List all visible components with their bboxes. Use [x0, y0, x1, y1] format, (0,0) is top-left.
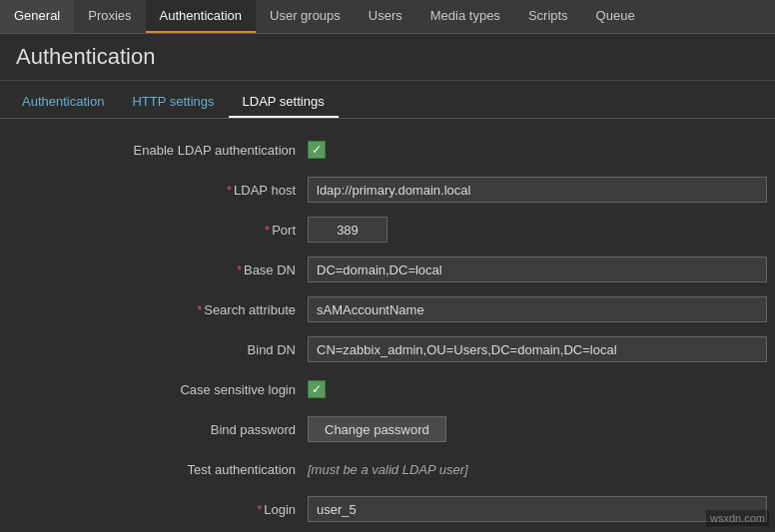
- nav-scripts[interactable]: Scripts: [514, 0, 582, 33]
- test-auth-label: Test authentication: [8, 462, 308, 477]
- search-attr-input[interactable]: [308, 296, 767, 322]
- ldap-host-row: *LDAP host: [8, 175, 767, 205]
- case-sensitive-checkbox[interactable]: ✓: [308, 380, 326, 398]
- login-label: *Login: [8, 502, 308, 517]
- base-dn-required: *: [237, 263, 242, 277]
- nav-proxies[interactable]: Proxies: [74, 0, 145, 33]
- change-password-button[interactable]: Change password: [308, 416, 446, 442]
- port-row: *Port: [8, 215, 767, 245]
- watermark: wsxdn.com: [706, 510, 769, 526]
- login-required: *: [257, 502, 262, 517]
- enable-ldap-checkbox[interactable]: ✓: [308, 141, 326, 159]
- case-sensitive-row: Case sensitive login ✓: [8, 374, 767, 404]
- enable-ldap-label: Enable LDAP authentication: [8, 143, 308, 158]
- search-attr-label: *Search attribute: [8, 302, 308, 317]
- port-label: *Port: [8, 223, 308, 238]
- sub-tabs: Authentication HTTP settings LDAP settin…: [0, 87, 775, 119]
- ldap-host-label: *LDAP host: [8, 183, 308, 198]
- enable-ldap-row: Enable LDAP authentication ✓: [8, 135, 767, 165]
- nav-queue[interactable]: Queue: [582, 0, 649, 33]
- content-area: Authentication HTTP settings LDAP settin…: [0, 87, 775, 532]
- nav-general[interactable]: General: [0, 0, 74, 33]
- test-auth-row: Test authentication [must be a valid LDA…: [8, 454, 767, 484]
- nav-user-groups[interactable]: User groups: [256, 0, 355, 33]
- ldap-host-input[interactable]: [308, 177, 767, 203]
- case-sensitive-checkbox-wrapper[interactable]: ✓: [308, 380, 326, 398]
- bind-dn-row: Bind DN: [8, 334, 767, 364]
- enable-ldap-checkmark: ✓: [312, 143, 322, 157]
- nav-media-types[interactable]: Media types: [416, 0, 514, 33]
- page-title: Authentication: [16, 44, 759, 70]
- subtab-ldap-settings[interactable]: LDAP settings: [229, 87, 339, 118]
- ldap-host-required: *: [227, 183, 232, 198]
- subtab-http-settings[interactable]: HTTP settings: [118, 87, 228, 118]
- nav-authentication[interactable]: Authentication: [146, 0, 256, 33]
- page-title-bar: Authentication: [0, 34, 775, 81]
- login-input[interactable]: [308, 496, 767, 522]
- bind-password-label: Bind password: [8, 422, 308, 437]
- search-attr-required: *: [197, 302, 202, 317]
- subtab-authentication[interactable]: Authentication: [8, 87, 118, 118]
- case-sensitive-label: Case sensitive login: [8, 382, 308, 397]
- port-required: *: [265, 223, 270, 238]
- base-dn-row: *Base DN: [8, 255, 767, 284]
- base-dn-label: *Base DN: [8, 263, 308, 277]
- search-attr-row: *Search attribute: [8, 294, 767, 324]
- case-sensitive-checkmark: ✓: [312, 382, 322, 396]
- test-auth-hint: [must be a valid LDAP user]: [308, 462, 468, 477]
- port-input[interactable]: [308, 217, 388, 243]
- ldap-settings-form: Enable LDAP authentication ✓ *LDAP host …: [0, 119, 775, 532]
- enable-ldap-checkbox-wrapper[interactable]: ✓: [308, 141, 326, 159]
- top-navigation: General Proxies Authentication User grou…: [0, 0, 775, 34]
- bind-dn-label: Bind DN: [8, 342, 308, 357]
- base-dn-input[interactable]: [308, 257, 767, 282]
- nav-users[interactable]: Users: [355, 0, 416, 33]
- bind-password-row: Bind password Change password: [8, 414, 767, 444]
- bind-dn-input[interactable]: [308, 336, 767, 362]
- login-row: *Login: [8, 494, 767, 524]
